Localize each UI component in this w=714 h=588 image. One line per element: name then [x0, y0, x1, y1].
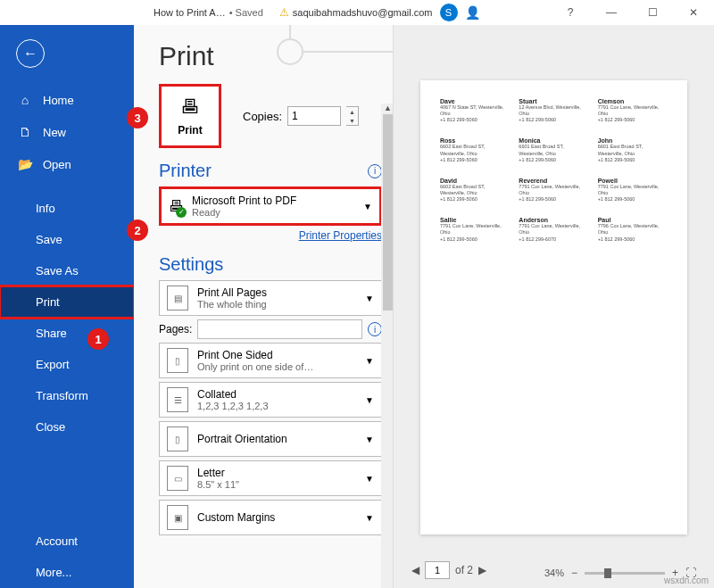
new-icon: 🗋	[18, 125, 32, 139]
nav-more[interactable]: More...	[0, 557, 134, 588]
nav-print[interactable]: Print	[0, 286, 134, 318]
chevron-down-icon: ▼	[365, 435, 374, 444]
print-workspace: Print 🖶 Print Copies: ▲▼ Printer i	[134, 25, 714, 588]
printer-info-icon[interactable]: i	[368, 164, 382, 178]
help-button[interactable]: ?	[550, 6, 591, 19]
setting-orientation[interactable]: ▯ Portrait Orientation ▼	[159, 421, 382, 457]
onesided-icon: ▯	[167, 348, 188, 373]
preview-label: Powell7791 Cox Lane, Westerville, Ohio+1…	[598, 178, 668, 203]
preview-label: John6601 East Broad ST, Westerville, Ohi…	[598, 137, 668, 162]
preview-label: Monica6601 East Broad ST, Westerville, O…	[519, 137, 588, 162]
setting-print-range[interactable]: ▤ Print All PagesThe whole thing ▼	[159, 280, 382, 316]
next-page-button[interactable]: ▶	[478, 564, 486, 576]
copies-input[interactable]	[287, 106, 341, 126]
open-icon: 📂	[18, 157, 32, 171]
chevron-down-icon: ▼	[365, 513, 374, 523]
preview-label: Paul7796 Cox Lane, Westerville, Ohio+1 8…	[598, 217, 668, 242]
printer-selector[interactable]: 🖶✓ Microsoft Print to PDF Ready ▼	[159, 186, 382, 226]
zoom-out-button[interactable]: −	[571, 567, 577, 579]
nav-transform[interactable]: Transform	[0, 380, 134, 411]
annotation-2: 2	[127, 219, 148, 241]
save-status: • Saved	[229, 7, 263, 18]
pages-label: Pages:	[159, 323, 192, 335]
nav-close[interactable]: Close	[0, 411, 134, 443]
zoom-percent: 34%	[544, 567, 564, 578]
chevron-down-icon: ▼	[365, 356, 374, 366]
nav-home[interactable]: ⌂Home	[0, 84, 134, 116]
page-title: Print	[159, 41, 382, 71]
print-controls: Print 🖶 Print Copies: ▲▼ Printer i	[134, 25, 393, 588]
portrait-icon: ▯	[167, 427, 188, 451]
preview-label: Reverend7791 Cox Lane, Westerville, Ohio…	[519, 178, 588, 203]
title-bar: How to Print A… • Saved ⚠ saquibahmadshu…	[0, 0, 714, 25]
ready-check-icon: ✓	[176, 207, 187, 218]
minimize-button[interactable]: —	[591, 6, 632, 19]
settings-heading: Settings	[159, 254, 223, 275]
nav-open[interactable]: 📂Open	[0, 148, 134, 180]
nav-info[interactable]: Info	[0, 193, 134, 224]
printer-status: Ready	[192, 207, 356, 218]
chevron-down-icon: ▼	[365, 474, 374, 484]
prev-page-button[interactable]: ◀	[411, 564, 419, 576]
preview-label: Anderson7791 Cox Lane, Westerville, Ohio…	[519, 217, 588, 242]
print-button-label: Print	[178, 124, 202, 137]
print-preview: Dave4067 N State ST, Westerville, Ohio+1…	[393, 25, 714, 588]
page-navigator: ◀ of 2 ▶	[411, 561, 486, 579]
nav-new[interactable]: 🗋New	[0, 116, 134, 148]
preview-label: Dave4067 N State ST, Westerville, Ohio+1…	[440, 98, 510, 123]
copies-spinner[interactable]: ▲▼	[346, 106, 359, 126]
setting-paper-size[interactable]: ▭ Letter8.5" x 11" ▼	[159, 460, 382, 496]
preview-page: Dave4067 N State ST, Westerville, Ohio+1…	[420, 80, 687, 534]
annotation-3: 3	[127, 107, 148, 128]
watermark: wsxdn.com	[664, 576, 709, 585]
collate-icon: ☰	[167, 387, 188, 412]
preview-label: Ross6602 East Broad ST, Westerville, Ohi…	[440, 137, 510, 162]
paper-icon: ▭	[167, 466, 188, 491]
preview-label: David6602 East Broad ST, Westerville, Oh…	[440, 178, 510, 203]
preview-label: Stuart12 Avenue Blvd, Westerville, Ohio+…	[519, 98, 588, 123]
back-button[interactable]: ←	[16, 39, 45, 68]
setting-margins[interactable]: ▣ Custom Margins ▼	[159, 500, 382, 535]
zoom-slider[interactable]	[585, 572, 665, 575]
chevron-down-icon: ▼	[365, 294, 374, 303]
printer-properties-link[interactable]: Printer Properties	[159, 229, 382, 242]
annotation-1: 1	[87, 328, 109, 350]
coming-soon-icon[interactable]: 👤	[465, 5, 480, 20]
user-email: saquibahmadshuvo@gmail.com	[293, 7, 433, 18]
preview-label: Clemson7791 Cox Lane, Westerville, Ohio+…	[598, 98, 668, 123]
pages-icon: ▤	[167, 286, 188, 311]
nav-export[interactable]: Export	[0, 349, 134, 380]
preview-label: Sallie7791 Cox Lane, Westerville, Ohio+1…	[440, 217, 510, 242]
printer-icon: 🖶	[180, 95, 200, 119]
setting-sides[interactable]: ▯ Print One SidedOnly print on one side …	[159, 343, 382, 378]
nav-save[interactable]: Save	[0, 224, 134, 255]
printer-heading: Printer	[159, 161, 212, 181]
doc-title: How to Print A…	[154, 7, 226, 18]
chevron-down-icon: ▼	[365, 395, 374, 405]
backstage-sidebar: ← ⌂Home 🗋New 📂Open Info Save Save As Pri…	[0, 25, 134, 588]
print-button[interactable]: 🖶 Print	[159, 84, 221, 148]
close-window-button[interactable]: ✕	[673, 6, 714, 19]
printer-device-icon: 🖶✓	[169, 197, 185, 216]
page-number-input[interactable]	[425, 561, 450, 579]
setting-collate[interactable]: ☰ Collated1,2,3 1,2,3 1,2,3 ▼	[159, 382, 382, 418]
maximize-button[interactable]: ☐	[632, 6, 673, 19]
pages-input[interactable]	[197, 319, 362, 339]
page-of-label: of 2	[455, 564, 473, 576]
warning-icon: ⚠	[279, 6, 289, 19]
margins-icon: ▣	[167, 505, 188, 530]
printer-name: Microsoft Print to PDF	[192, 195, 356, 207]
chevron-down-icon: ▼	[363, 202, 372, 211]
pages-info-icon[interactable]: i	[368, 322, 382, 336]
user-avatar[interactable]: S	[440, 4, 458, 21]
home-icon: ⌂	[18, 93, 32, 107]
scroll-thumb[interactable]	[383, 114, 393, 311]
nav-save-as[interactable]: Save As	[0, 255, 134, 286]
copies-label: Copies:	[243, 110, 282, 123]
nav-account[interactable]: Account	[0, 526, 134, 557]
nav-share[interactable]: Share	[0, 318, 134, 349]
